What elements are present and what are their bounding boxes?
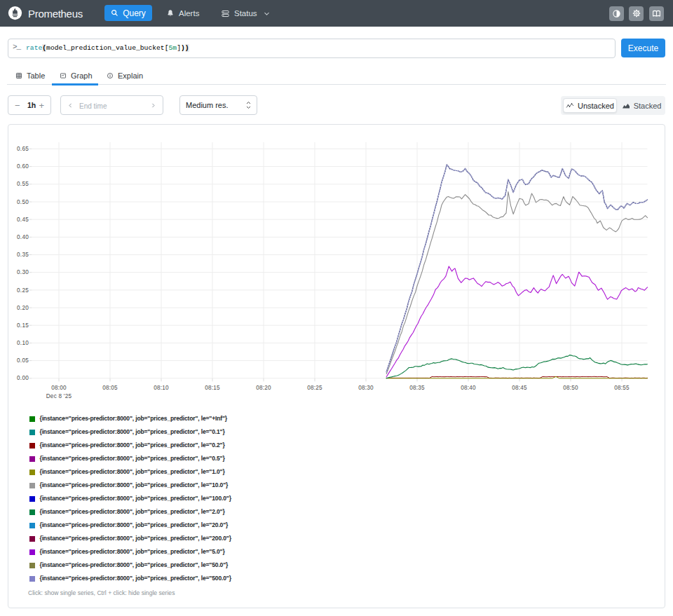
svg-text:0.55: 0.55	[17, 181, 29, 187]
svg-text:0.15: 0.15	[17, 322, 29, 329]
svg-text:0.50: 0.50	[17, 199, 29, 205]
svg-text:08:45: 08:45	[512, 385, 527, 391]
svg-text:0.65: 0.65	[17, 146, 29, 152]
svg-text:08:10: 08:10	[154, 385, 169, 391]
svg-text:08:30: 08:30	[358, 385, 374, 391]
svg-text:0.05: 0.05	[17, 357, 29, 364]
svg-text:0.25: 0.25	[17, 287, 29, 294]
svg-text:0.30: 0.30	[17, 269, 29, 275]
svg-text:0.45: 0.45	[17, 217, 29, 223]
svg-text:0.20: 0.20	[17, 305, 29, 311]
svg-text:08:35: 08:35	[409, 385, 425, 391]
svg-text:08:00: 08:00	[51, 385, 67, 391]
svg-text:08:40: 08:40	[461, 385, 476, 391]
svg-text:08:50: 08:50	[563, 385, 578, 391]
svg-text:08:55: 08:55	[614, 385, 630, 391]
svg-text:08:15: 08:15	[205, 385, 220, 391]
svg-text:08:25: 08:25	[307, 385, 322, 391]
svg-text:0.60: 0.60	[17, 163, 29, 170]
svg-text:08:20: 08:20	[256, 385, 271, 391]
svg-text:0.00: 0.00	[17, 375, 29, 381]
svg-text:0.35: 0.35	[17, 252, 29, 258]
svg-text:0.40: 0.40	[17, 234, 29, 240]
svg-text:Dec 8 '25: Dec 8 '25	[46, 393, 72, 399]
svg-text:0.10: 0.10	[17, 340, 29, 346]
svg-text:08:05: 08:05	[102, 385, 118, 391]
